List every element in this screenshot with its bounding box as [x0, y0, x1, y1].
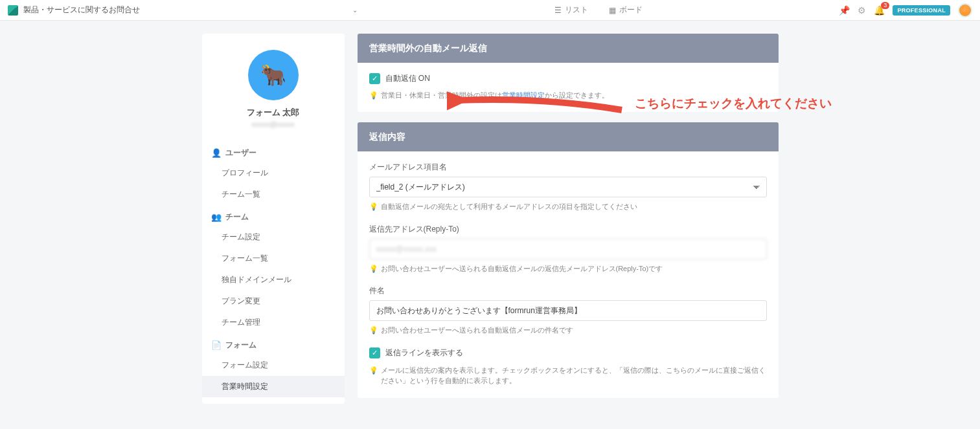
subject-input[interactable]: [369, 300, 767, 321]
sidebar: 🐂 フォーム 太郎 xxxxx@xxxxx 👤 ユーザー プロフィール チーム一…: [202, 34, 345, 404]
team-icon: 👥: [211, 212, 222, 222]
user-avatar[interactable]: [958, 3, 972, 17]
sidebar-item-profile[interactable]: プロフィール: [202, 162, 345, 184]
reply-line-label: 返信ラインを表示する: [385, 347, 463, 358]
reply-line-hint: 💡 メールに返信先の案内を表示します。チェックボックスをオンにすると、「返信の際…: [369, 365, 767, 386]
subject-label: 件名: [369, 285, 767, 296]
board-icon: ▦: [609, 6, 616, 15]
sidebar-item-team-settings[interactable]: チーム設定: [202, 226, 345, 248]
gear-icon[interactable]: ⚙: [858, 5, 866, 16]
email-field-select[interactable]: _field_2 (メールアドレス): [369, 177, 767, 197]
view-tab-board[interactable]: ▦ ボード: [609, 5, 643, 16]
business-hours-link[interactable]: 営業時間設定: [502, 91, 545, 99]
bulb-icon: 💡: [369, 365, 378, 376]
profile-avatar: 🐂: [248, 50, 299, 100]
plan-badge: PROFESSIONAL: [893, 5, 950, 16]
sidebar-item-team-list[interactable]: チーム一覧: [202, 184, 345, 205]
page-title: 製品・サービスに関するお問合せ: [23, 5, 140, 16]
bulb-icon: 💡: [369, 91, 378, 100]
notification-badge: 3: [881, 2, 889, 10]
reply-to-hint: 💡 お問い合わせユーザーへ送られる自動返信メールの返信先メールアドレス(Repl…: [369, 263, 767, 274]
sidebar-section-user: 👤 ユーザー: [202, 141, 345, 162]
subject-hint: 💡 お問い合わせユーザーへ送られる自動返信メールの件名です: [369, 325, 767, 336]
sidebar-item-plan-change[interactable]: プラン変更: [202, 291, 345, 312]
view-tab-list[interactable]: ☰ リスト: [554, 5, 588, 16]
panel-auto-reply: 営業時間外の自動メール返信 ✓ 自動返信 ON 💡 営業日・休業日・営業時間外の…: [358, 34, 779, 112]
sidebar-section-team: 👥 チーム: [202, 205, 345, 226]
panel-header-auto-reply: 営業時間外の自動メール返信: [358, 34, 779, 63]
profile-name: フォーム 太郎: [247, 107, 300, 118]
bulb-icon: 💡: [369, 263, 378, 274]
reply-to-label: 返信先アドレス(Reply-To): [369, 224, 767, 235]
topbar: 製品・サービスに関するお問合せ ⌄ ☰ リスト ▦ ボード 📌 ⚙ 🔔 3 PR…: [0, 0, 980, 21]
app-logo-icon[interactable]: [8, 5, 18, 16]
pin-icon[interactable]: 📌: [839, 5, 850, 16]
auto-reply-hint: 💡 営業日・休業日・営業時間外の設定は営業時間設定から設定できます。: [369, 91, 767, 100]
sidebar-section-form: 📄 フォーム: [202, 333, 345, 355]
profile-email: xxxxx@xxxxx: [251, 120, 294, 128]
panel-reply-content: 返信内容 メールアドレス項目名 _field_2 (メールアドレス) 💡 自動返…: [358, 122, 779, 398]
sidebar-item-team-manage[interactable]: チーム管理: [202, 312, 345, 333]
sidebar-item-domain-mail[interactable]: 独自ドメインメール: [202, 269, 345, 291]
sidebar-item-business-hours[interactable]: 営業時間設定: [202, 376, 345, 397]
list-icon: ☰: [554, 6, 562, 15]
bell-icon[interactable]: 🔔 3: [874, 5, 885, 16]
view-tab-list-label: リスト: [565, 5, 588, 16]
bulb-icon: 💡: [369, 201, 378, 212]
sidebar-item-form-list[interactable]: フォーム一覧: [202, 248, 345, 269]
bull-icon: 🐂: [260, 63, 286, 87]
auto-reply-checkbox[interactable]: ✓: [369, 73, 380, 84]
form-icon: 📄: [211, 340, 222, 350]
sidebar-item-form-settings[interactable]: フォーム設定: [202, 355, 345, 376]
reply-to-input[interactable]: [369, 239, 767, 259]
reply-line-checkbox[interactable]: ✓: [369, 347, 380, 358]
email-field-label: メールアドレス項目名: [369, 162, 767, 173]
chevron-down-icon[interactable]: ⌄: [352, 6, 358, 14]
email-field-hint: 💡 自動返信メールの宛先として利用するメールアドレスの項目を指定してください: [369, 201, 767, 212]
panel-header-reply-content: 返信内容: [358, 122, 779, 152]
view-tab-board-label: ボード: [619, 5, 643, 16]
auto-reply-label: 自動返信 ON: [385, 73, 430, 84]
user-icon: 👤: [211, 148, 222, 158]
bulb-icon: 💡: [369, 325, 378, 336]
